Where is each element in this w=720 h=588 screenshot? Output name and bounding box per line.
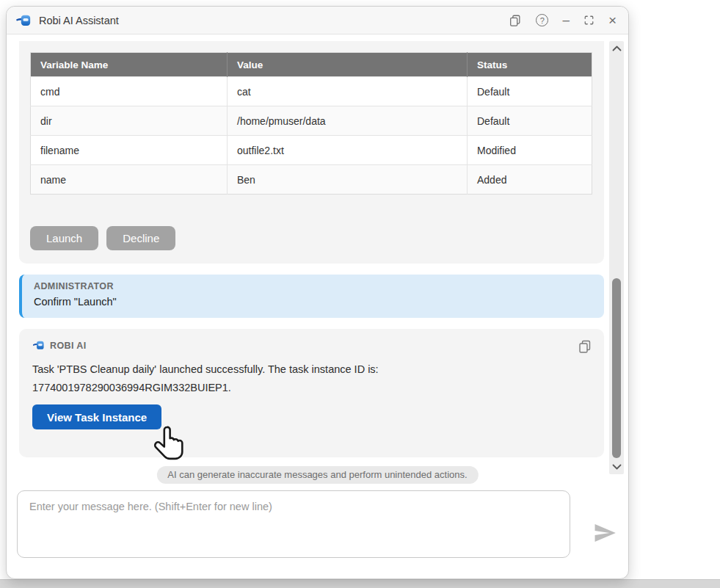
copy-icon	[578, 339, 592, 354]
variable-value-cell: cat	[228, 77, 468, 106]
close-icon: ×	[608, 13, 617, 27]
minimize-button[interactable]: –	[562, 14, 569, 26]
message-input-container	[17, 490, 570, 558]
copy-message-button[interactable]	[578, 339, 592, 354]
send-button[interactable]	[592, 520, 617, 545]
scrollbar-thumb[interactable]	[612, 278, 621, 458]
variable-value-cell: Ben	[228, 165, 468, 195]
copy-conversation-button[interactable]	[509, 14, 522, 27]
copy-icon	[509, 14, 522, 27]
administrator-message: ADMINISTRATOR Confirm "Launch"	[19, 275, 604, 318]
send-icon	[592, 520, 617, 545]
administrator-message-text: Confirm "Launch"	[34, 296, 592, 308]
robot-icon	[32, 339, 45, 352]
variable-status-cell: Modified	[468, 136, 592, 165]
launch-button[interactable]: Launch	[30, 226, 98, 250]
help-button[interactable]: ?	[536, 14, 548, 26]
assistant-window: Robi AI Assistant ? –	[6, 6, 629, 579]
scroll-down-button[interactable]	[609, 461, 624, 473]
variable-value-cell: /home/pmuser/data	[228, 106, 468, 136]
maximize-icon	[583, 15, 594, 26]
tool-actions: Launch Decline	[30, 226, 175, 250]
chat-scrollbar[interactable]	[609, 41, 624, 474]
table-row: name Ben Added	[31, 165, 592, 195]
assistant-text-line1: Task 'PTBS Cleanup daily' launched succe…	[32, 360, 591, 379]
bottom-strip	[0, 579, 720, 588]
decline-button[interactable]: Decline	[106, 226, 175, 250]
assistant-sender-label: ROBI AI	[50, 341, 87, 351]
chevron-down-icon	[612, 464, 622, 470]
column-header-status: Status	[468, 53, 592, 77]
close-button[interactable]: ×	[608, 13, 617, 27]
help-icon: ?	[536, 14, 548, 26]
column-header-value: Value	[228, 53, 468, 77]
assistant-message: ROBI AI Task 'PTBS Cleanup daily' launch…	[19, 329, 604, 457]
variable-status-cell: Added	[468, 165, 592, 195]
chevron-up-icon	[612, 46, 622, 51]
page: Robi AI Assistant ? –	[0, 0, 720, 588]
table-row: cmd cat Default	[31, 77, 592, 106]
table-row: filename outfile2.txt Modified	[31, 136, 592, 165]
variable-name-cell: dir	[31, 106, 228, 136]
assistant-message-text: Task 'PTBS Cleanup daily' launched succe…	[32, 360, 591, 397]
variable-name-cell: cmd	[31, 77, 228, 106]
variable-name-cell: name	[31, 165, 228, 195]
variable-value-cell: outfile2.txt	[228, 136, 468, 165]
variable-status-cell: Default	[468, 77, 592, 106]
table-row: dir /home/pmuser/data Default	[31, 106, 592, 136]
administrator-sender-label: ADMINISTRATOR	[34, 281, 592, 291]
window-controls: ? – ×	[509, 13, 617, 27]
robot-icon	[15, 12, 32, 29]
message-input[interactable]	[18, 491, 570, 557]
maximize-button[interactable]	[583, 15, 594, 26]
variable-name-cell: filename	[31, 136, 228, 165]
ai-disclaimer-badge: AI can generate inaccurate messages and …	[156, 466, 478, 484]
minimize-icon: –	[562, 14, 569, 26]
scroll-up-button[interactable]	[609, 43, 624, 54]
assistant-text-line2: 1774001978290036994RGIM332BUIEP1.	[32, 379, 591, 397]
column-header-variable-name: Variable Name	[31, 53, 228, 77]
window-title: Robi AI Assistant	[39, 15, 119, 26]
view-task-instance-button[interactable]: View Task Instance	[32, 404, 161, 429]
table-header-row: Variable Name Value Status	[31, 53, 592, 77]
variables-tool-card: Variable Name Value Status cmd cat Defau…	[19, 41, 604, 264]
variable-status-cell: Default	[468, 106, 592, 136]
variables-table: Variable Name Value Status cmd cat Defau…	[30, 52, 592, 195]
assistant-message-header: ROBI AI	[32, 339, 591, 352]
title-bar: Robi AI Assistant ? –	[7, 7, 628, 35]
